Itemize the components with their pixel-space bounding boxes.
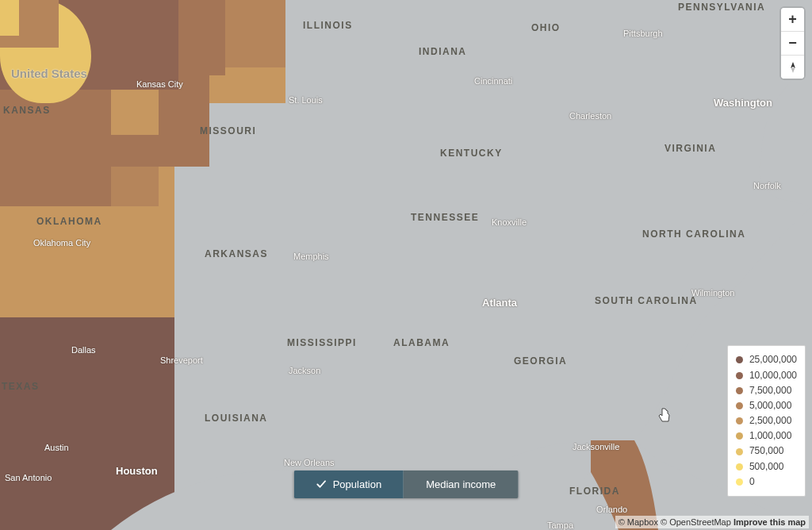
legend-swatch	[736, 432, 743, 440]
legend-swatch	[736, 417, 743, 424]
legend-label: 750,000	[749, 444, 783, 459]
legend-label: 5,000,000	[749, 398, 791, 413]
check-icon	[316, 479, 327, 490]
attribution-osm[interactable]: © OpenStreetMap	[661, 517, 731, 527]
legend-panel: 25,000,000 10,000,000 7,500,000 5,000,00…	[727, 345, 806, 497]
zoom-in-button[interactable]: +	[781, 8, 804, 32]
legend-label: 1,000,000	[749, 428, 791, 444]
toggle-population[interactable]: Population	[294, 470, 404, 498]
toggle-population-label: Population	[333, 478, 381, 490]
legend-swatch	[736, 478, 743, 486]
legend-item: 500,000	[736, 459, 797, 474]
legend-swatch	[736, 387, 743, 394]
attribution-bar: © Mapbox © OpenStreetMap Improve this ma…	[615, 516, 809, 528]
svg-marker-1	[791, 67, 795, 73]
attribution-mapbox[interactable]: © Mapbox	[619, 517, 658, 527]
plus-icon: +	[788, 11, 797, 28]
toggle-income-label: Median income	[426, 478, 496, 490]
compass-icon	[787, 61, 799, 74]
map-controls: + −	[781, 8, 804, 79]
legend-swatch	[736, 402, 743, 409]
legend-item: 1,000,000	[736, 428, 797, 444]
legend-swatch	[736, 448, 743, 455]
layer-toggle: Population Median income	[294, 470, 519, 498]
legend-label: 2,500,000	[749, 413, 791, 428]
legend-label: 7,500,000	[749, 383, 791, 398]
attribution-improve[interactable]: Improve this map	[733, 517, 806, 527]
zoom-out-button[interactable]: −	[781, 32, 804, 56]
legend-item: 10,000,000	[736, 368, 797, 383]
legend-swatch	[736, 372, 743, 379]
legend-label: 500,000	[749, 459, 783, 474]
toggle-median-income[interactable]: Median income	[404, 470, 518, 498]
coastline	[0, 0, 812, 530]
legend-label: 25,000,000	[749, 352, 797, 367]
legend-item: 2,500,000	[736, 413, 797, 428]
legend-item: 25,000,000	[736, 352, 797, 367]
label-country: United States	[11, 67, 87, 80]
legend-item: 5,000,000	[736, 398, 797, 413]
legend-label: 10,000,000	[749, 368, 797, 383]
reset-north-button[interactable]	[781, 56, 804, 79]
legend-item: 7,500,000	[736, 383, 797, 398]
legend-swatch	[736, 356, 743, 363]
map-canvas[interactable]: KANSAS MISSOURI ILLINOIS INDIANA OHIO PE…	[0, 0, 812, 530]
legend-label: 0	[749, 474, 755, 490]
legend-item: 0	[736, 474, 797, 490]
legend-item: 750,000	[736, 444, 797, 459]
minus-icon: −	[788, 35, 797, 52]
legend-swatch	[736, 463, 743, 470]
